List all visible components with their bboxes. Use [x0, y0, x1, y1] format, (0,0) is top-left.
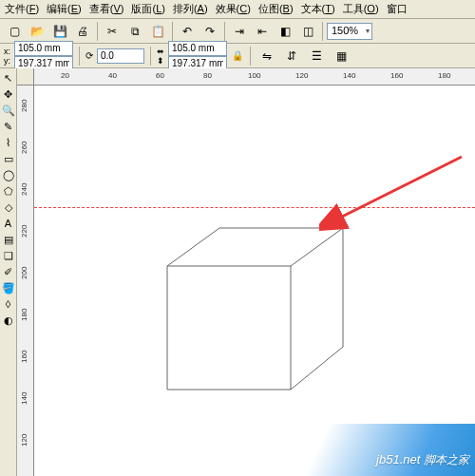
watermark: jb51.net 脚本之家	[376, 452, 469, 468]
divider	[150, 47, 151, 66]
ruler-tick: 140	[20, 392, 28, 405]
export-icon[interactable]: ⇤	[252, 21, 273, 42]
zoom-value[interactable]: 150%	[327, 23, 372, 40]
rotation-field[interactable]	[97, 48, 144, 64]
horizontal-ruler[interactable]: 20 40 60 80 100 120 140 160 180	[34, 68, 475, 86]
menu-arrange[interactable]: 排列(A)	[170, 0, 211, 18]
cube-drawing[interactable]	[167, 228, 357, 410]
y-label: y:	[4, 56, 10, 66]
height-icon: ⬍	[157, 56, 164, 66]
menu-bar: 文件(F) 编辑(E) 查看(V) 版面(L) 排列(A) 效果(C) 位图(B…	[0, 0, 475, 19]
mirror-h-icon[interactable]: ⇋	[256, 46, 277, 67]
new-icon[interactable]: ▢	[4, 21, 25, 42]
ellipse-tool-icon[interactable]: ◯	[1, 167, 16, 182]
divider	[250, 47, 251, 66]
width-icon: ⬌	[157, 47, 164, 56]
print-icon[interactable]: 🖨	[72, 21, 93, 42]
ruler-tick: 100	[248, 71, 260, 80]
workspace: ↖ ✥ 🔍 ✎ ⌇ ▭ ◯ ⬠ ◇ A ▤ ❏ ✐ 🪣 ◊ ◐ 20 40 60…	[0, 68, 475, 476]
x-field[interactable]	[14, 41, 73, 56]
cut-icon[interactable]: ✂	[102, 21, 123, 42]
text-tool-icon[interactable]: A	[1, 216, 16, 231]
open-icon[interactable]: 📂	[27, 21, 48, 42]
menu-effects[interactable]: 效果(C)	[213, 0, 254, 18]
undo-icon[interactable]: ↶	[177, 21, 198, 42]
watermark-cn: 脚本之家	[424, 453, 469, 466]
canvas-area: 20 40 60 80 100 120 140 160 180 280 260 …	[17, 68, 475, 476]
polygon-tool-icon[interactable]: ⬠	[1, 183, 16, 199]
xy-labels: x: y:	[4, 47, 10, 66]
divider	[172, 22, 173, 41]
x-label: x:	[4, 47, 10, 56]
ruler-tick: 120	[295, 71, 308, 80]
width-field[interactable]	[168, 41, 227, 56]
canvas[interactable]	[34, 86, 475, 476]
ruler-tick: 180	[20, 309, 28, 321]
save-icon[interactable]: 💾	[49, 21, 70, 42]
shape-tool-icon[interactable]: ✥	[1, 86, 16, 102]
ruler-tick: 220	[20, 225, 28, 238]
ruler-corner[interactable]	[17, 68, 34, 86]
rect-tool-icon[interactable]: ▭	[1, 151, 16, 166]
ruler-tick: 40	[108, 71, 117, 80]
ruler-tick: 160	[390, 71, 403, 80]
ruler-tick: 140	[343, 71, 355, 80]
size-icons: ⬌ ⬍	[157, 47, 164, 66]
basicshape-tool-icon[interactable]: ◇	[1, 200, 16, 215]
fill-tool-icon[interactable]: 🪣	[1, 280, 16, 295]
property-bar: x: y: ⟳ ⬌ ⬍ 🔒 ⇋ ⇵ ☰ ▦	[0, 44, 475, 68]
rotation-icon: ⟳	[86, 50, 93, 61]
divider	[322, 22, 323, 41]
snap-icon[interactable]: ☰	[306, 46, 327, 67]
menu-file[interactable]: 文件(F)	[2, 0, 42, 18]
ruler-tick: 200	[20, 267, 28, 279]
horizontal-guideline[interactable]	[34, 207, 475, 208]
size-values	[168, 41, 227, 71]
divider	[79, 47, 80, 66]
mirror-v-icon[interactable]: ⇵	[281, 46, 302, 67]
pick-tool-icon[interactable]: ↖	[1, 70, 16, 86]
ruler-tick: 280	[20, 100, 28, 112]
menu-text[interactable]: 文本(T)	[298, 0, 338, 18]
menu-edit[interactable]: 编辑(E)	[44, 0, 85, 18]
outline-tool-icon[interactable]: ◊	[1, 296, 16, 312]
xy-values	[14, 41, 73, 71]
menu-layout[interactable]: 版面(L)	[128, 0, 167, 18]
zoom-tool-icon[interactable]: 🔍	[1, 103, 16, 118]
ruler-tick: 20	[61, 71, 69, 80]
blend-tool-icon[interactable]: ❏	[1, 248, 16, 263]
options-icon[interactable]: ▦	[331, 46, 352, 67]
divider	[224, 22, 225, 41]
paste-icon[interactable]: 📋	[147, 21, 168, 42]
zoom-select[interactable]: 150%	[327, 23, 372, 40]
copy-icon[interactable]: ⧉	[124, 21, 145, 42]
ruler-tick: 60	[156, 71, 164, 80]
svg-marker-0	[167, 266, 291, 390]
eyedropper-tool-icon[interactable]: ✐	[1, 264, 16, 279]
ruler-tick: 180	[438, 71, 450, 80]
ruler-tick: 120	[20, 434, 28, 447]
divider	[97, 22, 98, 41]
ifill-tool-icon[interactable]: ◐	[1, 313, 16, 328]
lock-icon[interactable]: 🔒	[231, 49, 244, 63]
ruler-tick: 80	[203, 71, 212, 80]
menu-bitmap[interactable]: 位图(B)	[256, 0, 296, 18]
app-icon[interactable]: ◫	[297, 21, 318, 42]
vertical-ruler[interactable]: 280 260 240 220 200 180 160 140 120	[17, 86, 34, 476]
annotation-arrow-icon	[319, 152, 471, 238]
svg-line-2	[338, 157, 462, 219]
menu-tools[interactable]: 工具(O)	[340, 0, 382, 18]
import-icon[interactable]: ⇥	[229, 21, 250, 42]
smartdraw-tool-icon[interactable]: ⌇	[1, 135, 16, 150]
ruler-tick: 240	[20, 183, 28, 196]
ruler-tick: 260	[20, 142, 28, 154]
menu-window[interactable]: 窗口	[384, 0, 410, 18]
ruler-tick: 160	[20, 351, 28, 363]
table-tool-icon[interactable]: ▤	[1, 232, 16, 247]
menu-view[interactable]: 查看(V)	[86, 0, 127, 18]
freehand-tool-icon[interactable]: ✎	[1, 119, 16, 134]
watermark-site: jb51.net	[376, 452, 420, 466]
publish-icon[interactable]: ◧	[275, 21, 295, 42]
toolbox: ↖ ✥ 🔍 ✎ ⌇ ▭ ◯ ⬠ ◇ A ▤ ❏ ✐ 🪣 ◊ ◐	[0, 68, 17, 476]
redo-icon[interactable]: ↷	[200, 21, 220, 42]
